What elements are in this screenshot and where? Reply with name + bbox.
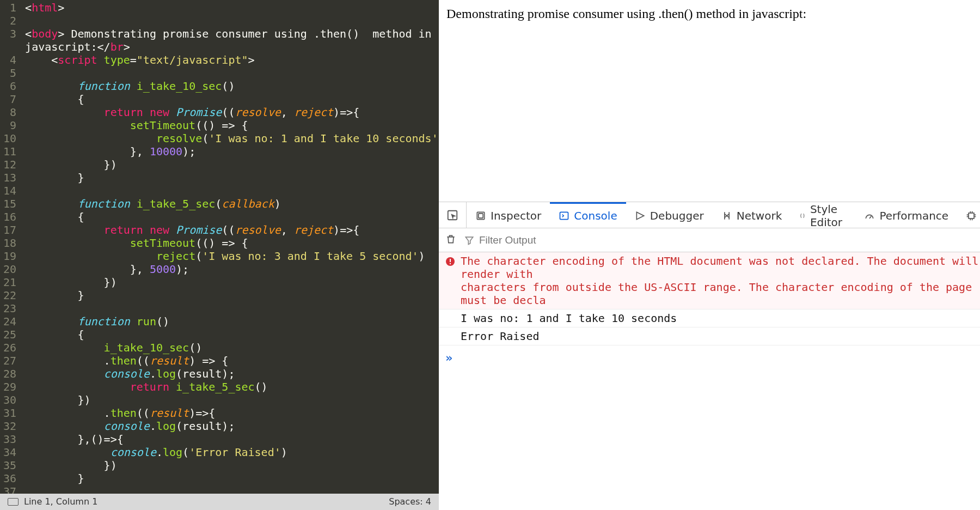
trash-icon bbox=[445, 234, 456, 245]
svg-rect-7 bbox=[450, 263, 451, 264]
tab-overflow[interactable] bbox=[957, 202, 980, 228]
svg-rect-4 bbox=[969, 213, 974, 218]
panel-icon[interactable] bbox=[8, 498, 19, 506]
performance-icon bbox=[864, 210, 875, 221]
tab-performance-label: Performance bbox=[879, 209, 948, 222]
console-log-text: I was no: 1 and I take 10 seconds bbox=[461, 312, 979, 325]
console-prompt[interactable]: » bbox=[439, 345, 980, 370]
filter-input[interactable] bbox=[479, 234, 979, 246]
element-picker-button[interactable] bbox=[439, 202, 467, 228]
console-error-text: The character encoding of the HTML docum… bbox=[461, 254, 979, 307]
code-area[interactable]: <html> <body> Demonstrating promise cons… bbox=[22, 0, 439, 494]
tab-performance[interactable]: Performance bbox=[855, 202, 957, 228]
error-icon bbox=[445, 256, 455, 266]
editor-status-bar: Line 1, Column 1 Spaces: 4 bbox=[0, 494, 439, 510]
line-number-gutter: 1234567891011121314151617181920212223242… bbox=[0, 0, 22, 494]
tab-network-label: Network bbox=[737, 209, 782, 222]
filter-output-field[interactable] bbox=[464, 234, 979, 246]
preview-text: Demonstrating promise consumer using .th… bbox=[446, 7, 806, 21]
svg-rect-6 bbox=[450, 259, 451, 262]
element-picker-icon bbox=[446, 209, 458, 221]
console-message-log[interactable]: Error Raised bbox=[439, 327, 980, 345]
tab-console-label: Console bbox=[574, 209, 617, 222]
prompt-chevron-icon: » bbox=[445, 351, 452, 365]
tab-network[interactable]: Network bbox=[713, 202, 791, 228]
console-output: The character encoding of the HTML docum… bbox=[439, 252, 980, 510]
console-log-text: Error Raised bbox=[461, 330, 979, 343]
code-editor: 1234567891011121314151617181920212223242… bbox=[0, 0, 439, 510]
tab-style-editor[interactable]: Style Editor bbox=[791, 202, 855, 228]
style-editor-icon bbox=[799, 210, 806, 221]
browser-preview: Demonstrating promise consumer using .th… bbox=[439, 0, 980, 202]
console-toolbar bbox=[439, 228, 980, 252]
tab-inspector-label: Inspector bbox=[491, 209, 541, 222]
cursor-position: Line 1, Column 1 bbox=[24, 495, 97, 508]
tab-debugger-label: Debugger bbox=[650, 209, 704, 222]
filter-icon bbox=[464, 235, 475, 246]
indent-setting[interactable]: Spaces: 4 bbox=[389, 495, 431, 508]
inspector-icon bbox=[475, 210, 486, 221]
debugger-icon bbox=[635, 210, 646, 221]
clear-console-button[interactable] bbox=[445, 234, 456, 247]
console-message-log[interactable]: I was no: 1 and I take 10 seconds bbox=[439, 309, 980, 327]
console-icon bbox=[559, 210, 569, 221]
tab-inspector[interactable]: Inspector bbox=[467, 202, 550, 228]
tab-debugger[interactable]: Debugger bbox=[626, 202, 713, 228]
tab-console[interactable]: Console bbox=[550, 202, 626, 228]
console-message-error[interactable]: The character encoding of the HTML docum… bbox=[439, 252, 980, 309]
devtools-panel: Inspector Console Debugger Network Style… bbox=[439, 202, 980, 510]
network-icon bbox=[721, 210, 732, 221]
svg-rect-2 bbox=[479, 214, 483, 218]
tab-style-editor-label: Style Editor bbox=[810, 203, 847, 229]
devtools-tabbar: Inspector Console Debugger Network Style… bbox=[439, 202, 980, 228]
memory-icon bbox=[966, 210, 977, 221]
